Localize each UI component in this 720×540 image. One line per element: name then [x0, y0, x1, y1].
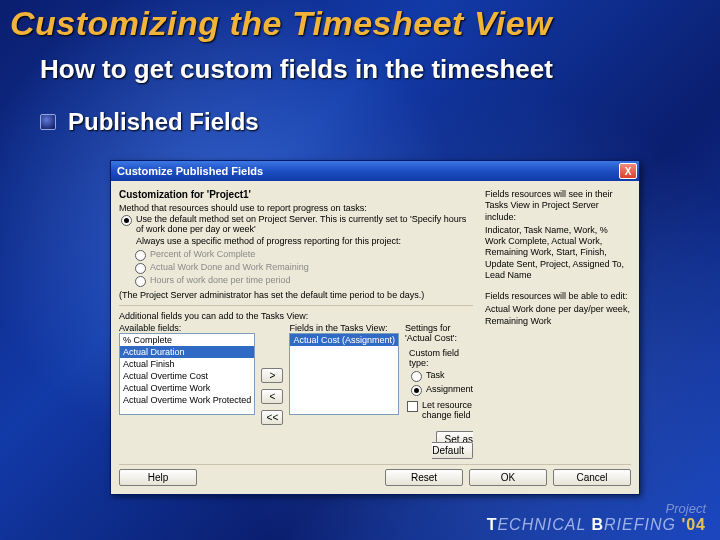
checkbox-label: Let resource change field [422, 400, 473, 420]
close-icon[interactable]: X [619, 163, 637, 179]
radio-icon [411, 385, 422, 396]
radio-actual-remaining: Actual Work Done and Work Remaining [133, 262, 473, 274]
radio-icon [121, 215, 132, 226]
radio-label: Always use a specific method of progress… [136, 236, 401, 246]
dialog-title: Customize Published Fields [117, 165, 263, 177]
add-button[interactable]: > [261, 368, 283, 383]
radio-label: Task [426, 370, 445, 380]
radio-type-task[interactable]: Task [409, 370, 473, 382]
bullet-row: Published Fields [40, 108, 259, 136]
list-item[interactable]: Actual Duration [120, 346, 254, 358]
check-let-resource-change[interactable]: Let resource change field [405, 400, 473, 420]
list-item[interactable]: Actual Cost (Assignment) [290, 334, 398, 346]
settings-for-label: Settings for 'Actual Cost': [405, 323, 473, 343]
radio-icon [135, 263, 146, 274]
list-item[interactable]: Actual Overtime Cost [120, 370, 254, 382]
separator [119, 305, 473, 306]
additional-fields-label: Additional fields you can add to the Tas… [119, 311, 473, 321]
slide-title: Customizing the Timesheet View [10, 4, 552, 43]
method-label: Method that resources should use to repo… [119, 203, 473, 213]
radio-label: Assignment [426, 384, 473, 394]
radio-default-method[interactable]: Use the default method set on Project Se… [119, 214, 473, 234]
list-item[interactable]: Actual Overtime Work [120, 382, 254, 394]
checkbox-icon [407, 401, 418, 412]
cancel-button[interactable]: Cancel [553, 469, 631, 486]
available-fields-label: Available fields: [119, 323, 255, 333]
radio-icon [135, 276, 146, 287]
radio-icon [135, 250, 146, 261]
list-item[interactable]: Actual Overtime Work Protected [120, 394, 254, 406]
admin-note: (The Project Server administrator has se… [119, 290, 473, 300]
list-item[interactable]: % Complete [120, 334, 254, 346]
resources-see-value: Indicator, Task Name, Work, % Work Compl… [485, 225, 631, 281]
radio-label: Actual Work Done and Work Remaining [150, 262, 309, 272]
ok-button[interactable]: OK [469, 469, 547, 486]
slide-subtitle: How to get custom fields in the timeshee… [40, 54, 553, 85]
footer: Project TECHNICAL BRIEFING '04 [487, 501, 706, 534]
bullet-icon [40, 114, 56, 130]
footer-briefing: TECHNICAL BRIEFING '04 [487, 516, 706, 534]
resources-edit-label: Fields resources will be able to edit: [485, 291, 631, 302]
radio-type-assignment[interactable]: Assignment [409, 384, 473, 396]
radio-hours-per-period: Hours of work done per time period [133, 275, 473, 287]
reset-button[interactable]: Reset [385, 469, 463, 486]
radio-label: Percent of Work Complete [150, 249, 255, 259]
bullet-text: Published Fields [68, 108, 259, 136]
radio-icon [411, 371, 422, 382]
tasks-view-fields-list[interactable]: Actual Cost (Assignment) [289, 333, 399, 415]
field-type-label: Custom field type: [409, 348, 473, 368]
help-button[interactable]: Help [119, 469, 197, 486]
remove-button[interactable]: < [261, 389, 283, 404]
tasks-view-fields-label: Fields in the Tasks View: [289, 323, 399, 333]
set-as-default-button[interactable]: Set as Default [432, 431, 473, 459]
remove-all-button[interactable]: << [261, 410, 283, 425]
available-fields-list[interactable]: % Complete Actual Duration Actual Finish… [119, 333, 255, 415]
dialog-titlebar[interactable]: Customize Published Fields X [111, 161, 639, 181]
list-item[interactable]: Actual Finish [120, 358, 254, 370]
footer-product: Project [487, 501, 706, 516]
resources-see-label: Fields resources will see in their Tasks… [485, 189, 631, 223]
resources-edit-value: Actual Work done per day/per week, Remai… [485, 304, 631, 327]
radio-percent-complete: Percent of Work Complete [133, 249, 473, 261]
radio-label: Hours of work done per time period [150, 275, 291, 285]
radio-specific-method[interactable]: Always use a specific method of progress… [119, 236, 473, 248]
dialog-customize-published-fields: Customize Published Fields X Customizati… [110, 160, 640, 495]
groupbox-label: Customization for 'Project1' [119, 189, 473, 200]
radio-label: Use the default method set on Project Se… [136, 214, 473, 234]
